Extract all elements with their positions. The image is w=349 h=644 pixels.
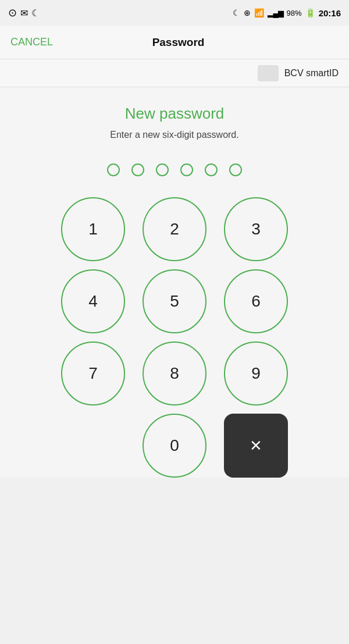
key-1[interactable]: 1 (61, 197, 125, 261)
battery-icon: 🔋 (305, 8, 315, 17)
nav-bar: CANCEL Password (0, 26, 349, 59)
key-6[interactable]: 6 (224, 269, 288, 333)
status-icons-right: ☾ ⊕ 📶 ▂▄▆ 98% 🔋 20:16 (233, 8, 341, 18)
key-5[interactable]: 5 (143, 269, 206, 333)
main-content: New password Enter a new six-digit passw… (0, 87, 349, 478)
keypad: 1 2 3 4 5 6 7 8 9 0 ✕ (0, 197, 349, 478)
keypad-row-3: 7 8 9 (61, 341, 288, 405)
keypad-row-4: 0 ✕ (61, 414, 288, 478)
key-empty (61, 414, 125, 478)
moon-status-icon: ☾ (233, 8, 240, 17)
key-9[interactable]: 9 (224, 341, 288, 405)
signal-icon: ▂▄▆ (268, 9, 283, 17)
password-dot-6 (229, 163, 242, 176)
password-dot-2 (131, 163, 144, 176)
wifi-icon: 📶 (254, 8, 264, 17)
key-8[interactable]: 8 (143, 341, 206, 405)
password-dot-1 (107, 163, 120, 176)
new-password-subtitle: Enter a new six-digit password. (110, 130, 238, 140)
alarm-icon: ⊕ (244, 8, 251, 17)
status-bar: ⊙ ✉ ☾ ☾ ⊕ 📶 ▂▄▆ 98% 🔋 20:16 (0, 0, 349, 26)
battery-percent: 98% (287, 9, 302, 17)
keypad-row-2: 4 5 6 (61, 269, 288, 333)
cancel-button[interactable]: CANCEL (10, 36, 53, 48)
key-2[interactable]: 2 (143, 197, 206, 261)
status-icons-left: ⊙ ✉ ☾ (8, 6, 40, 19)
clock-display: 20:16 (319, 8, 341, 18)
avatar (258, 65, 279, 81)
backspace-button[interactable]: ✕ (224, 414, 288, 478)
nav-title: Password (152, 36, 205, 49)
whatsapp-icon: ⊙ (8, 6, 17, 19)
key-4[interactable]: 4 (61, 269, 125, 333)
user-row: BCV smartID (0, 59, 349, 87)
new-password-title: New password (125, 105, 225, 123)
keypad-row-1: 1 2 3 (61, 197, 288, 261)
app-name-label: BCV smartID (284, 68, 339, 79)
password-dots (107, 163, 242, 176)
password-dot-5 (205, 163, 218, 176)
password-dot-3 (156, 163, 169, 176)
backspace-icon: ✕ (250, 437, 262, 455)
key-3[interactable]: 3 (224, 197, 288, 261)
key-0[interactable]: 0 (143, 414, 206, 478)
key-7[interactable]: 7 (61, 341, 125, 405)
moon-icon: ☾ (31, 8, 40, 19)
password-dot-4 (180, 163, 193, 176)
mail-icon: ✉ (20, 8, 28, 19)
